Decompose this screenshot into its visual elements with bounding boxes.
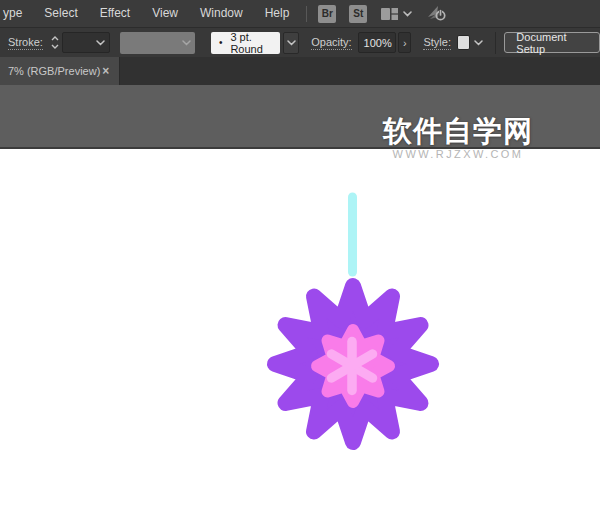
brush-definition-chevron-button[interactable] [283,32,299,54]
illustrator-window: ype Select Effect View Window Help Br St [0,0,600,516]
workspace-chevron-down-icon[interactable] [403,11,412,17]
menu-bar: ype Select Effect View Window Help Br St [0,0,600,27]
opacity-field[interactable]: 100% [358,32,397,53]
document-tab-bar: 7% (RGB/Preview) × [0,57,600,85]
control-bar: Stroke: • 3 pt. Round Opacity: 100% › St… [0,27,600,57]
menubar-divider [306,6,307,22]
gpu-performance-icon[interactable] [426,5,448,22]
stepper-down-icon[interactable] [51,44,59,49]
stroke-weight-stepper[interactable] [49,33,60,53]
opacity-label[interactable]: Opacity: [311,36,351,50]
pasteboard-band [0,85,600,149]
stepper-up-icon[interactable] [51,36,59,41]
chevron-down-icon [96,40,105,46]
style-chevron-button[interactable] [474,40,483,46]
menu-window[interactable]: Window [189,0,254,27]
graphic-styles-panel-button[interactable]: St [349,5,367,23]
style-label[interactable]: Style: [423,36,451,50]
brushes-panel-button[interactable]: Br [318,5,336,23]
chevron-down-icon [177,40,195,46]
chevron-down-icon [474,40,483,46]
opacity-value: 100% [364,37,392,49]
brush-definition-combo[interactable]: • 3 pt. Round [211,32,280,54]
workspace-switcher-icon[interactable] [381,8,398,20]
document-tab-label: 7% (RGB/Preview) [8,65,100,77]
tab-close-icon[interactable]: × [100,63,111,79]
brush-definition-value: 3 pt. Round [230,31,280,55]
brush-preview-dot: • [211,37,230,48]
menu-effect[interactable]: Effect [89,0,141,27]
opacity-more-button[interactable]: › [398,32,411,53]
chevron-down-icon [287,40,296,46]
menu-type[interactable]: ype [0,0,33,27]
stroke-label[interactable]: Stroke: [8,36,43,50]
style-swatch[interactable] [457,35,470,50]
document-setup-button[interactable]: Document Setup [504,32,600,53]
width-profile-value [120,32,177,54]
width-profile-dropdown [120,32,195,54]
menu-view[interactable]: View [141,0,189,27]
menu-help[interactable]: Help [254,0,301,27]
controlbar-divider [495,32,496,54]
menu-select[interactable]: Select [33,0,88,27]
document-tab[interactable]: 7% (RGB/Preview) × [0,57,120,85]
stroke-weight-dropdown[interactable] [62,32,110,53]
artwork [0,149,600,516]
artboard-canvas[interactable] [0,149,600,516]
